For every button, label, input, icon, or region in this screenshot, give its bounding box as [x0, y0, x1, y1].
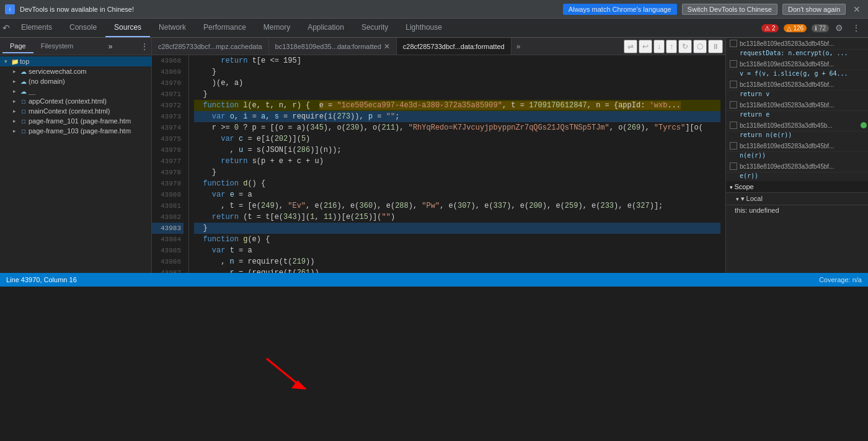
editor-tabs-more[interactable]: » — [512, 38, 526, 55]
tab-lighthouse[interactable]: Lighthouse — [397, 19, 451, 37]
tree-arrow-pf1: ▸ — [10, 118, 19, 124]
code-content[interactable]: 43968 43969 43970 43971 43972 43973 4397… — [152, 55, 725, 273]
rp-checkbox-1[interactable] — [730, 40, 737, 47]
tab-elements[interactable]: Elements — [12, 19, 61, 37]
code-line-43968: return t[e <= 195] — [194, 55, 720, 66]
editor-tab-3[interactable]: c28cf285733dbcf...data:formatted — [397, 38, 512, 55]
sources-tabs-more[interactable]: » — [108, 42, 113, 51]
match-language-button[interactable]: Always match Chrome's language — [563, 4, 677, 15]
rp-code-6: n(e(r)) — [726, 152, 868, 161]
rp-item-1[interactable]: bc1318e8109ed35283a3dfb45bf... — [726, 38, 868, 50]
tree-item-pageframe101[interactable]: ▸ □ page-frame_101 (page-frame.htm — [0, 116, 151, 126]
rp-item-5[interactable]: bc1318e8109ed35283a3dfb45b... — [726, 120, 868, 131]
code-line-43974: r >= 0 ? p = [(o = a)(345), o(230), o(21… — [194, 122, 720, 133]
editor-tab-2-close[interactable]: ✕ — [384, 42, 390, 51]
tree-item-maincontext[interactable]: ▸ □ mainContext (context.html) — [0, 106, 151, 116]
status-coverage: Coverage: n/a — [819, 276, 862, 283]
tree-label-nd: (no domain) — [29, 78, 65, 85]
tab-application[interactable]: Application — [299, 19, 353, 37]
code-body: return t[e <= 195] } )(e, a) } function … — [189, 55, 725, 273]
rp-checkbox-6[interactable] — [730, 142, 737, 149]
step-button[interactable]: ↻ — [678, 40, 692, 53]
step-out-button[interactable]: ↑ — [666, 40, 677, 53]
tree-label-top: top — [20, 58, 29, 65]
settings-button[interactable]: ⚙ — [833, 22, 846, 34]
ln-43986: 43986 — [152, 256, 184, 267]
deactivate-breakpoints-button[interactable]: ⬡ — [693, 40, 707, 53]
rp-checkbox-3[interactable] — [730, 81, 737, 88]
tree-item-servicewechat[interactable]: ▸ ☁ servicewechat.com — [0, 66, 151, 76]
rp-code-7: e(r)) — [726, 172, 868, 181]
ln-43980: 43980 — [152, 189, 184, 200]
right-panel: bc1318e8109ed35283a3dfb45bf... requestDa… — [725, 38, 868, 273]
tab-performance[interactable]: Performance — [195, 19, 255, 37]
tab-bar-right: ⚠ 2 △ 126 ℹ 72 ⚙ ⋮ — [759, 19, 868, 37]
tree-label-bl: __ — [29, 88, 35, 95]
ln-43975: 43975 — [152, 133, 184, 145]
editor-tabs-right-nav: ⇌ ↩ ↓ ↑ ↻ ⬡ ⏸ — [624, 38, 725, 55]
tree-label-ac: appContext (context.html) — [29, 97, 107, 105]
rp-checkbox-2[interactable] — [730, 60, 737, 68]
step-into-button[interactable]: ↓ — [653, 40, 665, 53]
scope-section-header[interactable]: Scope — [726, 181, 868, 193]
status-bar: Line 43970, Column 16 Coverage: n/a — [0, 273, 868, 287]
toggle-navigator-button[interactable]: ⇌ — [624, 40, 637, 53]
local-scope-header[interactable]: ▾ Local — [726, 193, 868, 205]
tree-item-top[interactable]: ▾ 📁 top — [0, 56, 151, 66]
notification-message: DevTools is now available in Chinese! — [20, 6, 558, 13]
tree-item-nodomain[interactable]: ▸ ☁ (no domain) — [0, 76, 151, 86]
more-options-button[interactable]: ⋮ — [849, 22, 863, 34]
rp-label-6: bc1318e8109ed35283a3dfb45bf... — [740, 143, 864, 149]
rp-label-7: bc1318e8109ed35283a3dfb45bf... — [740, 163, 864, 170]
editor-tab-1[interactable]: c28cf285733dbcf...mpz.cachedata — [152, 38, 269, 55]
back-button[interactable]: ↶ — [0, 19, 12, 37]
ln-43987: 43987 — [152, 267, 184, 273]
tree-item-appcontext[interactable]: ▸ □ appContext (context.html) — [0, 96, 151, 106]
rp-item-2[interactable]: bc1318e8109ed35283a3dfb45bf... — [726, 58, 868, 70]
dont-show-again-button[interactable]: Don't show again — [782, 4, 846, 15]
tree-arrow-mc: ▸ — [10, 108, 19, 114]
tab-console[interactable]: Console — [61, 19, 105, 37]
rp-checkbox-5[interactable] — [730, 122, 737, 129]
step-over-button[interactable]: ↩ — [639, 40, 652, 53]
rp-code-4: return e — [726, 111, 868, 120]
code-line-43975: var c = e[i(202)](5) — [194, 133, 720, 145]
sources-tab-filesystem[interactable]: Filesystem — [33, 40, 81, 53]
ln-43970: 43970 — [152, 78, 184, 89]
rp-item-3[interactable]: bc1318e8109ed35283a3dfb45bf... — [726, 79, 868, 91]
tab-memory[interactable]: Memory — [255, 19, 299, 37]
cloud-icon-sw: ☁ — [19, 67, 29, 76]
warn-badge: △ 126 — [784, 24, 807, 32]
tree-label-pf1: page-frame_101 (page-frame.htm — [29, 117, 131, 125]
tree-item-pageframe103[interactable]: ▸ □ page-frame_103 (page-frame.htm — [0, 126, 151, 136]
ln-43978: 43978 — [152, 167, 184, 178]
main-layout: Page Filesystem » ⋮ ▾ 📁 top ▸ — [0, 38, 868, 273]
notification-close-button[interactable]: ✕ — [851, 4, 863, 14]
ln-43981: 43981 — [152, 200, 184, 212]
cloud-icon-bl: ☁ — [19, 87, 29, 96]
tab-network[interactable]: Network — [150, 19, 195, 37]
cloud-icon-nd: ☁ — [19, 77, 29, 86]
green-dot-5 — [861, 122, 867, 128]
rp-item-7[interactable]: bc1318e8109ed35283a3dfb45bf... — [726, 161, 868, 172]
rp-code-1: requestData: n.encrypt(o, ... — [726, 50, 868, 58]
sources-tab-page[interactable]: Page — [2, 40, 33, 53]
info-badge: ℹ 72 — [812, 24, 829, 32]
rp-checkbox-7[interactable] — [730, 163, 737, 170]
page-icon-mc: □ — [19, 107, 29, 115]
tree-item-blank[interactable]: ▸ ☁ __ — [0, 86, 151, 96]
rp-code-2: v = f(v, i.slice(g, g + 64... — [726, 70, 868, 79]
sources-panel-menu[interactable]: ⋮ — [140, 42, 149, 51]
rp-label-5: bc1318e8109ed35283a3dfb45b... — [740, 122, 864, 129]
rp-label-2: bc1318e8109ed35283a3dfb45bf... — [740, 61, 864, 68]
tree-arrow-top: ▾ — [1, 58, 10, 65]
sources-tree: ▾ 📁 top ▸ ☁ servicewechat.com ▸ ☁ (no do… — [0, 55, 151, 273]
tab-sources[interactable]: Sources — [105, 19, 150, 37]
pause-button[interactable]: ⏸ — [708, 40, 723, 53]
tab-security[interactable]: Security — [353, 19, 397, 37]
rp-item-6[interactable]: bc1318e8109ed35283a3dfb45bf... — [726, 140, 868, 152]
rp-item-4[interactable]: bc1318e8109ed35283a3dfb45bf... — [726, 99, 868, 111]
switch-chinese-button[interactable]: Switch DevTools to Chinese — [682, 4, 777, 15]
editor-tab-2[interactable]: bc1318e8109ed35...data:formatted ✕ — [269, 38, 397, 55]
rp-checkbox-4[interactable] — [730, 101, 737, 109]
